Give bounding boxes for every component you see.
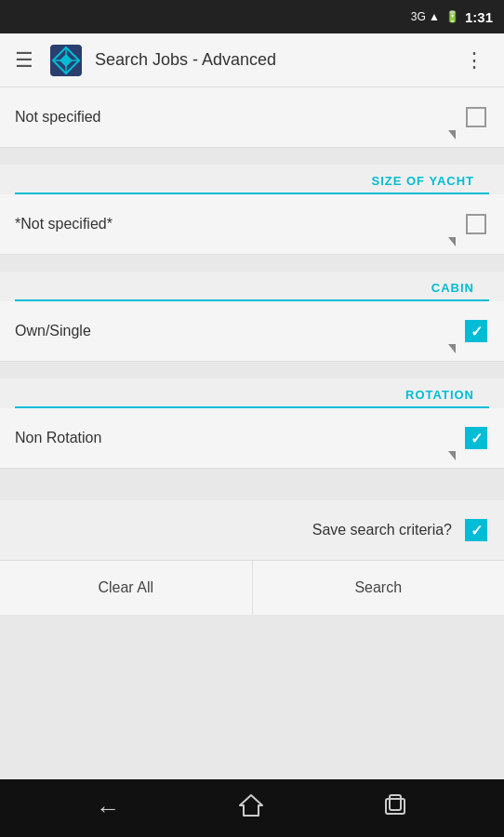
size-of-yacht-label: SIZE OF YACHT	[371, 174, 474, 188]
search-button[interactable]: Search	[253, 561, 505, 615]
back-button[interactable]: ←	[88, 787, 127, 830]
unchecked-box-2	[466, 214, 486, 234]
main-content: Not specified SIZE OF YACHT *Not specifi…	[0, 87, 504, 779]
spacer2	[0, 257, 504, 272]
own-single-checkbox[interactable]	[463, 318, 489, 344]
spacer3	[0, 364, 504, 379]
nav-bar: ←	[0, 779, 504, 837]
cabin-header: CABIN	[15, 272, 489, 301]
not-specified-checkbox[interactable]	[463, 104, 489, 130]
app-logo	[48, 43, 84, 78]
spacer5	[0, 485, 504, 500]
rotation-section: ROTATION Non Rotation	[0, 379, 504, 469]
cabin-section: CABIN Own/Single	[0, 272, 504, 362]
dropdown-arrow-icon-2	[448, 237, 456, 246]
not-specified-star-label: *Not specified*	[15, 216, 463, 232]
checked-box-3	[465, 519, 487, 541]
checked-box-2	[465, 427, 487, 449]
dropdown-arrow-icon	[448, 130, 456, 140]
own-single-label: Own/Single	[15, 323, 463, 339]
not-specified-star-checkbox[interactable]	[463, 211, 489, 237]
bottom-buttons: Clear All Search	[0, 560, 504, 615]
dropdown-arrow-icon-4	[448, 451, 456, 460]
overflow-menu-button[interactable]: ⋮	[457, 45, 493, 76]
rotation-label: ROTATION	[405, 388, 474, 402]
svg-rect-7	[390, 795, 401, 810]
rotation-header: ROTATION	[15, 379, 489, 408]
svg-marker-5	[240, 795, 262, 816]
own-single-row[interactable]: Own/Single	[0, 301, 504, 362]
not-specified-section: Not specified	[0, 87, 504, 148]
size-of-yacht-header: SIZE OF YACHT	[15, 165, 489, 194]
signal-icon: 3G ▲	[411, 10, 440, 23]
size-of-yacht-section: SIZE OF YACHT *Not specified*	[0, 165, 504, 255]
save-search-row: Save search criteria?	[0, 500, 504, 560]
spacer1	[0, 150, 504, 165]
cabin-label: CABIN	[431, 281, 474, 295]
dropdown-arrow-icon-3	[448, 344, 456, 353]
battery-icon: 🔋	[445, 10, 459, 23]
spacer4	[0, 471, 504, 485]
not-specified-star-row[interactable]: *Not specified*	[0, 194, 504, 255]
checked-box	[465, 320, 487, 342]
clear-all-button[interactable]: Clear All	[0, 561, 253, 615]
hamburger-menu-button[interactable]: ☰	[11, 45, 37, 76]
non-rotation-row[interactable]: Non Rotation	[0, 408, 504, 469]
save-search-label: Save search criteria?	[312, 522, 452, 538]
app-bar: ☰ Search Jobs - Advanced ⋮	[0, 33, 504, 87]
time-display: 1:31	[465, 9, 493, 25]
recents-button[interactable]	[375, 785, 416, 832]
home-button[interactable]	[231, 785, 272, 832]
page-title: Search Jobs - Advanced	[95, 50, 445, 70]
not-specified-row[interactable]: Not specified	[0, 87, 504, 148]
unchecked-box	[466, 107, 486, 127]
save-search-checkbox[interactable]	[463, 517, 489, 543]
not-specified-label: Not specified	[15, 109, 463, 126]
status-bar: 3G ▲ 🔋 1:31	[0, 0, 504, 33]
non-rotation-label: Non Rotation	[15, 430, 463, 446]
non-rotation-checkbox[interactable]	[463, 425, 489, 451]
